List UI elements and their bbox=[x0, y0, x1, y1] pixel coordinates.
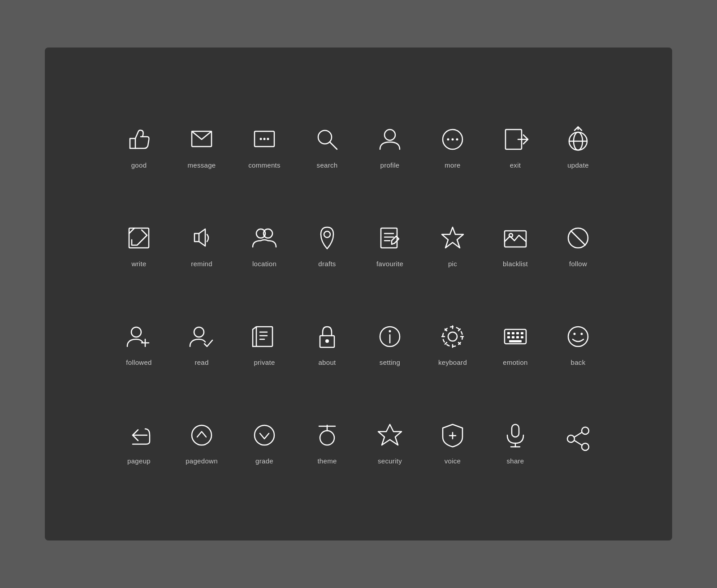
svg-point-84 bbox=[582, 443, 589, 450]
svg-point-72 bbox=[255, 425, 274, 445]
icon-item-setting[interactable]: keyboard bbox=[421, 321, 484, 366]
follow-label: followed bbox=[126, 359, 151, 366]
icon-item-voice[interactable]: share bbox=[484, 419, 547, 465]
icon-item-read[interactable]: private bbox=[233, 321, 296, 366]
icon-item-friends[interactable]: location bbox=[233, 222, 296, 268]
svg-rect-60 bbox=[512, 332, 514, 334]
svg-line-19 bbox=[129, 228, 134, 233]
theme-icon bbox=[374, 419, 406, 451]
svg-rect-61 bbox=[516, 332, 519, 334]
svg-line-6 bbox=[330, 142, 337, 149]
svg-line-31 bbox=[571, 231, 585, 245]
icon-item-more[interactable]: more bbox=[421, 124, 484, 169]
icon-item-about[interactable]: setting bbox=[358, 321, 421, 366]
svg-point-2 bbox=[260, 138, 262, 140]
security-icon bbox=[437, 419, 468, 451]
svg-point-46 bbox=[389, 330, 391, 332]
pic-icon bbox=[500, 222, 531, 254]
pagedown-icon bbox=[249, 419, 280, 451]
icon-item-drafts[interactable]: favourite bbox=[358, 222, 421, 268]
icon-item-emotion[interactable]: back bbox=[547, 321, 609, 366]
about-icon bbox=[374, 321, 406, 352]
svg-point-22 bbox=[324, 231, 330, 238]
icon-item-message[interactable]: message bbox=[170, 124, 233, 169]
svg-point-4 bbox=[267, 138, 269, 140]
svg-rect-79 bbox=[512, 424, 519, 437]
read-icon bbox=[249, 321, 280, 352]
pageup-label: pagedown bbox=[186, 457, 218, 465]
pagedown-label: grade bbox=[255, 457, 273, 465]
blacklist-icon bbox=[562, 222, 594, 254]
followed-icon bbox=[186, 321, 217, 352]
svg-point-35 bbox=[194, 327, 204, 337]
pic-label: blacklist bbox=[503, 260, 528, 268]
icon-item-search[interactable]: search bbox=[296, 124, 358, 169]
svg-rect-36 bbox=[256, 327, 272, 346]
back-label: pageup bbox=[127, 457, 151, 465]
icon-item-share[interactable] bbox=[547, 423, 609, 461]
svg-point-3 bbox=[263, 138, 266, 140]
svg-point-69 bbox=[574, 333, 576, 335]
icon-item-theme[interactable]: security bbox=[358, 419, 421, 465]
setting-icon bbox=[437, 321, 468, 352]
svg-point-11 bbox=[456, 138, 458, 140]
followed-label: read bbox=[194, 359, 208, 366]
icon-item-write[interactable]: write bbox=[108, 222, 170, 268]
emotion-icon bbox=[562, 321, 594, 352]
icon-item-grade[interactable]: theme bbox=[296, 419, 358, 465]
voice-icon bbox=[500, 419, 531, 451]
location-icon bbox=[311, 222, 343, 254]
icon-item-profile[interactable]: profile bbox=[358, 124, 421, 169]
svg-point-48 bbox=[448, 332, 457, 341]
exit-icon bbox=[500, 124, 531, 155]
drafts-icon bbox=[374, 222, 406, 254]
svg-point-68 bbox=[568, 327, 588, 346]
icon-item-update[interactable]: update bbox=[547, 124, 609, 169]
update-label: update bbox=[567, 161, 589, 169]
message-icon bbox=[186, 124, 217, 155]
share-icon bbox=[562, 423, 594, 454]
icon-item-keyboard[interactable]: emotion bbox=[484, 321, 547, 366]
search-label: search bbox=[317, 161, 338, 169]
icon-item-followed[interactable]: read bbox=[170, 321, 233, 366]
back-icon bbox=[123, 419, 155, 451]
icon-item-location[interactable]: drafts bbox=[296, 222, 358, 268]
message-label: message bbox=[188, 161, 216, 169]
update-icon bbox=[562, 124, 594, 155]
svg-point-9 bbox=[447, 138, 449, 140]
remind-label: remind bbox=[191, 260, 212, 268]
icon-item-pagedown[interactable]: grade bbox=[233, 419, 296, 465]
icon-item-pic[interactable]: blacklist bbox=[484, 222, 547, 268]
more-label: more bbox=[445, 161, 460, 169]
svg-rect-64 bbox=[512, 336, 514, 338]
write-icon bbox=[123, 222, 155, 254]
good-icon bbox=[123, 124, 155, 155]
icon-item-comments[interactable]: comments bbox=[233, 124, 296, 169]
icon-item-security[interactable]: voice bbox=[421, 419, 484, 465]
comments-icon bbox=[249, 124, 280, 155]
svg-point-71 bbox=[192, 425, 212, 445]
pageup-icon bbox=[186, 419, 217, 451]
icon-item-follow[interactable]: followed bbox=[108, 321, 170, 366]
icon-item-pageup[interactable]: pagedown bbox=[170, 419, 233, 465]
svg-rect-63 bbox=[507, 336, 510, 338]
icon-item-back[interactable]: pageup bbox=[108, 419, 170, 465]
setting-label: keyboard bbox=[438, 359, 467, 366]
profile-icon bbox=[374, 124, 406, 155]
icon-item-remind[interactable]: remind bbox=[170, 222, 233, 268]
grade-label: theme bbox=[317, 457, 337, 465]
svg-point-29 bbox=[509, 233, 513, 237]
more-icon bbox=[437, 124, 468, 155]
svg-rect-65 bbox=[516, 336, 519, 338]
svg-point-83 bbox=[567, 435, 574, 442]
icon-item-exit[interactable]: exit bbox=[484, 124, 547, 169]
keyboard-label: emotion bbox=[503, 359, 527, 366]
svg-point-7 bbox=[384, 130, 395, 140]
security-label: voice bbox=[445, 457, 461, 465]
svg-line-85 bbox=[574, 432, 582, 437]
icon-item-favourite[interactable]: pic bbox=[421, 222, 484, 268]
icon-item-blacklist[interactable]: follow bbox=[547, 222, 609, 268]
icon-item-good[interactable]: good bbox=[108, 124, 170, 169]
friends-label: location bbox=[252, 260, 276, 268]
icon-item-private[interactable]: about bbox=[296, 321, 358, 366]
